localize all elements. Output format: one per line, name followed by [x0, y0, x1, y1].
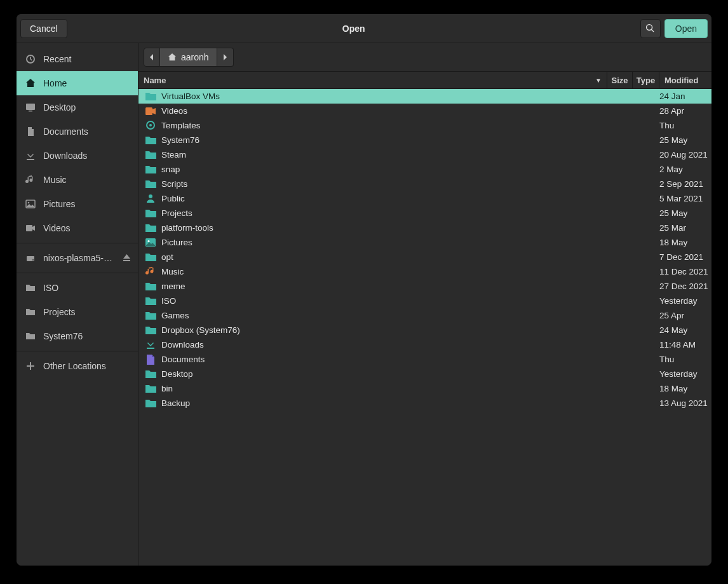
- sidebar-item-label: Home: [43, 78, 131, 88]
- folder-teal-icon: [145, 208, 156, 219]
- open-button[interactable]: Open: [664, 19, 708, 38]
- main-pane: aaronh Name ▼ Size Type Modified Virtual…: [138, 43, 711, 566]
- downloads-teal-icon: [145, 339, 156, 351]
- file-name: Steam: [161, 150, 607, 160]
- recent-icon: [25, 54, 36, 64]
- file-name: Pictures: [161, 238, 607, 247]
- sidebar-separator: [17, 351, 138, 351]
- svg-rect-1: [29, 111, 32, 112]
- file-modified: 25 May: [659, 135, 711, 145]
- file-name: Backup: [161, 398, 607, 408]
- sidebar-item-other-locations[interactable]: Other Locations: [17, 354, 138, 378]
- path-crumb-home[interactable]: aaronh: [160, 48, 217, 67]
- file-modified: 18 May: [659, 384, 711, 393]
- file-modified: 25 Apr: [659, 311, 711, 320]
- file-row[interactable]: Steam20 Aug 2021: [138, 147, 711, 162]
- column-header-type[interactable]: Type: [633, 72, 659, 88]
- templates-icon: [145, 120, 156, 132]
- folder-teal-icon: [145, 295, 156, 307]
- file-row[interactable]: Music11 Dec 2021: [138, 264, 711, 279]
- home-icon: [25, 78, 36, 88]
- file-row[interactable]: snap2 May: [138, 162, 711, 177]
- sidebar-item-label: Recent: [43, 54, 131, 64]
- file-modified: Thu: [659, 121, 711, 130]
- file-row[interactable]: Dropbox (System76)24 May: [138, 323, 711, 337]
- file-name: Desktop: [161, 369, 607, 379]
- file-row[interactable]: meme27 Dec 2021: [138, 279, 711, 294]
- file-name: snap: [161, 165, 607, 174]
- sidebar-item-label: Desktop: [43, 102, 131, 112]
- sidebar-item-pictures[interactable]: Pictures: [17, 192, 138, 216]
- file-name: Music: [161, 267, 607, 276]
- sidebar-item-music[interactable]: Music: [17, 168, 138, 192]
- file-row[interactable]: System7625 May: [138, 133, 711, 147]
- sidebar-item-label: Documents: [43, 126, 131, 137]
- column-headers: Name ▼ Size Type Modified: [138, 71, 711, 89]
- file-modified: 5 Mar 2021: [659, 194, 711, 203]
- file-row[interactable]: opt7 Dec 2021: [138, 250, 711, 264]
- folder-teal-icon: [145, 398, 156, 409]
- sidebar-item-home[interactable]: Home: [17, 71, 138, 95]
- file-modified: 13 Aug 2021: [659, 398, 711, 408]
- documents-icon: [25, 126, 36, 137]
- file-name: Downloads: [161, 340, 607, 350]
- file-name: ISO: [161, 296, 607, 306]
- file-row[interactable]: Downloads11:48 AM: [138, 337, 711, 352]
- file-modified: 24 May: [659, 325, 711, 335]
- sidebar-item-downloads[interactable]: Downloads: [17, 144, 138, 168]
- documents-purple-icon: [145, 354, 156, 365]
- pictures-icon: [25, 199, 36, 209]
- file-row[interactable]: DesktopYesterday: [138, 367, 711, 381]
- file-row[interactable]: Backup13 Aug 2021: [138, 396, 711, 411]
- file-row[interactable]: Projects25 May: [138, 206, 711, 221]
- sidebar-item-videos[interactable]: Videos: [17, 216, 138, 240]
- file-row[interactable]: DocumentsThu: [138, 352, 711, 367]
- svg-point-9: [149, 124, 152, 126]
- folder-teal-icon: [145, 383, 156, 395]
- file-modified: 2 Sep 2021: [659, 179, 711, 189]
- cancel-button[interactable]: Cancel: [20, 19, 67, 38]
- header-bar: Cancel Open Open: [17, 14, 711, 43]
- sidebar-item-projects[interactable]: Projects: [17, 300, 138, 324]
- file-row[interactable]: ISOYesterday: [138, 294, 711, 308]
- public-icon: [145, 193, 156, 205]
- folder-teal-icon: [145, 252, 156, 263]
- file-name: Dropbox (System76): [161, 325, 607, 335]
- folder-teal-icon: [145, 369, 156, 380]
- file-row[interactable]: VirtualBox VMs24 Jan: [138, 89, 711, 104]
- column-header-name[interactable]: Name ▼: [138, 72, 607, 88]
- search-button[interactable]: [640, 19, 661, 38]
- downloads-icon: [25, 151, 36, 161]
- file-name: VirtualBox VMs: [161, 92, 607, 101]
- file-row[interactable]: Videos28 Apr: [138, 104, 711, 118]
- sidebar-item-recent[interactable]: Recent: [17, 47, 138, 71]
- folder-teal-icon: [145, 281, 156, 292]
- sidebar-item-iso[interactable]: ISO: [17, 276, 138, 300]
- sidebar-item-desktop[interactable]: Desktop: [17, 95, 138, 119]
- file-row[interactable]: TemplatesThu: [138, 118, 711, 133]
- sidebar-item-documents[interactable]: Documents: [17, 119, 138, 144]
- path-forward-button[interactable]: [217, 48, 234, 67]
- path-back-button[interactable]: [144, 48, 160, 67]
- sidebar-item-label: nixos-plasma5-…: [43, 253, 115, 263]
- file-name: bin: [161, 384, 607, 393]
- sidebar-item-system76[interactable]: System76: [17, 324, 138, 348]
- sidebar-item-nixos-plasma5-[interactable]: nixos-plasma5-…: [17, 246, 138, 270]
- file-row[interactable]: Games25 Apr: [138, 308, 711, 323]
- file-name: Templates: [161, 121, 607, 130]
- file-row[interactable]: bin18 May: [138, 381, 711, 396]
- file-modified: Thu: [659, 355, 711, 364]
- file-row[interactable]: platform-tools25 Mar: [138, 221, 711, 235]
- home-icon: [168, 53, 177, 62]
- column-header-size[interactable]: Size: [607, 72, 633, 88]
- sidebar-item-label: Videos: [43, 223, 131, 233]
- file-row[interactable]: Public5 Mar 2021: [138, 191, 711, 206]
- file-name: opt: [161, 252, 607, 262]
- file-row[interactable]: Pictures18 May: [138, 235, 711, 250]
- eject-icon[interactable]: [123, 254, 131, 262]
- videos-icon: [25, 223, 36, 233]
- column-header-modified[interactable]: Modified: [659, 72, 711, 88]
- file-row[interactable]: Scripts2 Sep 2021: [138, 177, 711, 191]
- file-modified: Yesterday: [659, 369, 711, 379]
- file-list[interactable]: VirtualBox VMs24 JanVideos28 AprTemplate…: [138, 89, 711, 566]
